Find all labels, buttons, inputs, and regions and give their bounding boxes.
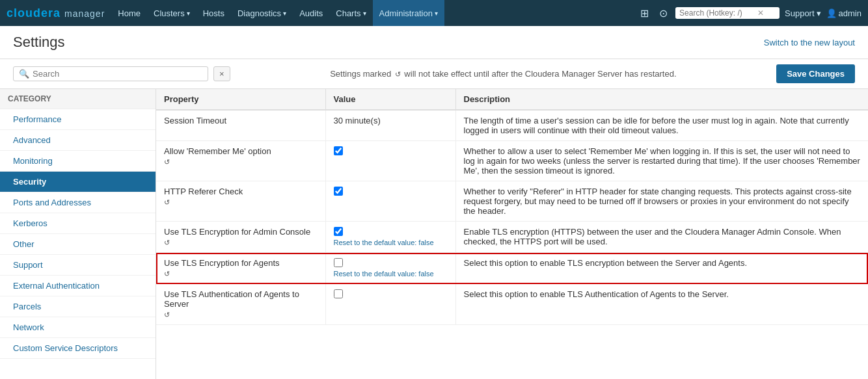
user-icon: 👤 — [826, 8, 837, 18]
property-name: HTTP Referer Check — [164, 187, 318, 196]
description-cell: Select this option to enable TLS encrypt… — [455, 253, 868, 284]
description-cell: Whether to allow a user to select 'Remem… — [455, 141, 868, 181]
top-nav: cloudera manager Home Clusters ▾ Hosts D… — [0, 0, 868, 26]
settings-table: Property Value Description Session Timeo… — [156, 89, 868, 325]
sidebar-item-performance[interactable]: Performance — [0, 109, 156, 130]
table-row: Use TLS Authentication of Agents to Serv… — [156, 284, 868, 325]
content-area: Property Value Description Session Timeo… — [156, 89, 868, 379]
sidebar-item-monitoring[interactable]: Monitoring — [0, 151, 156, 172]
property-name: Session Timeout — [164, 116, 318, 125]
search-input[interactable] — [33, 69, 202, 79]
tls-agents-checkbox[interactable] — [334, 258, 343, 267]
value-cell — [325, 181, 455, 222]
restart-indicator: ↺ — [164, 198, 170, 207]
value-cell — [325, 141, 455, 181]
support-menu[interactable]: Support ▾ — [785, 8, 821, 18]
nav-audits[interactable]: Audits — [293, 0, 329, 26]
nav-home[interactable]: Home — [111, 0, 147, 26]
table-row: Use TLS Encryption for Agents ↺ Reset to… — [156, 253, 868, 284]
sidebar-category-header: Category — [0, 89, 156, 109]
clock-icon[interactable]: ⊙ — [657, 5, 670, 22]
description-text: Whether to verify "Referer" in HTTP head… — [464, 187, 852, 216]
checkbox-cell: Reset to the default value: false — [334, 227, 448, 246]
restart-indicator: ↺ — [164, 239, 170, 247]
checkbox-cell — [334, 187, 448, 196]
sidebar-item-security[interactable]: Security — [0, 172, 156, 192]
nav-search-clear-icon[interactable]: ✕ — [757, 8, 764, 18]
sidebar-item-network[interactable]: Network — [0, 317, 156, 338]
remember-me-checkbox[interactable] — [334, 146, 343, 155]
property-name: Use TLS Authentication of Agents to Serv… — [164, 289, 318, 309]
description-text: Enable TLS encryption (HTTPS) between th… — [464, 227, 841, 246]
description-text: Select this option to enable TLS encrypt… — [464, 258, 748, 268]
sidebar-item-ports-and-addresses[interactable]: Ports and Addresses — [0, 192, 156, 213]
main-content: Category Performance Advanced Monitoring… — [0, 89, 868, 379]
admin-dropdown-arrow: ▾ — [435, 10, 438, 17]
grid-icon[interactable]: ⊞ — [638, 5, 651, 22]
reset-link[interactable]: Reset to the default value: false — [334, 270, 448, 278]
page-header: Settings Switch to the new layout — [0, 26, 868, 59]
col-header-value: Value — [325, 89, 455, 110]
nav-clusters[interactable]: Clusters ▾ — [147, 0, 197, 26]
description-cell: Select this option to enable TLS Authent… — [455, 284, 868, 325]
table-row: Allow 'Remember Me' option ↺ Whether to … — [156, 141, 868, 181]
diagnostics-dropdown-arrow: ▾ — [283, 10, 286, 17]
col-header-property: Property — [156, 89, 325, 110]
http-referer-checkbox[interactable] — [334, 187, 343, 196]
sidebar-item-support[interactable]: Support — [0, 255, 156, 276]
sidebar-item-parcels[interactable]: Parcels — [0, 296, 156, 317]
restart-notice: Settings marked ↺ will not take effect u… — [236, 69, 772, 79]
support-dropdown-arrow: ▾ — [817, 8, 821, 18]
sidebar: Category Performance Advanced Monitoring… — [0, 89, 156, 379]
property-name: Use TLS Encryption for Agents — [164, 258, 318, 268]
restart-indicator: ↺ — [164, 158, 170, 166]
restart-icon: ↺ — [395, 70, 401, 79]
nav-diagnostics[interactable]: Diagnostics ▾ — [231, 0, 293, 26]
page-title: Settings — [13, 34, 65, 51]
tls-auth-agents-checkbox[interactable] — [334, 289, 343, 298]
logo[interactable]: cloudera manager — [7, 7, 105, 20]
table-row: Session Timeout 30 minute(s) The length … — [156, 110, 868, 141]
clusters-dropdown-arrow: ▾ — [187, 10, 190, 17]
checkbox-cell — [334, 146, 448, 155]
property-cell: Use TLS Encryption for Admin Console ↺ — [156, 222, 325, 253]
nav-items: Home Clusters ▾ Hosts Diagnostics ▾ Audi… — [111, 0, 638, 26]
table-row: Use TLS Encryption for Admin Console ↺ R… — [156, 222, 868, 253]
value-cell: 30 minute(s) — [325, 110, 455, 141]
nav-search-input[interactable] — [679, 8, 757, 18]
col-header-description: Description — [455, 89, 868, 110]
search-bar: 🔍 × Settings marked ↺ will not take effe… — [0, 59, 868, 89]
restart-indicator: ↺ — [164, 311, 170, 319]
value-cell — [325, 284, 455, 325]
switch-layout-link[interactable]: Switch to the new layout — [764, 38, 855, 47]
tls-admin-console-checkbox[interactable] — [334, 227, 343, 236]
search-icon: 🔍 — [19, 69, 29, 79]
admin-menu[interactable]: 👤 admin — [826, 8, 861, 18]
nav-charts[interactable]: Charts ▾ — [329, 0, 372, 26]
charts-dropdown-arrow: ▾ — [363, 10, 366, 17]
save-changes-button[interactable]: Save Changes — [776, 64, 855, 83]
value-cell: Reset to the default value: false — [325, 222, 455, 253]
clear-search-button[interactable]: × — [213, 66, 230, 81]
description-text: The length of time a user's session can … — [464, 116, 849, 135]
checkbox-cell: Reset to the default value: false — [334, 258, 448, 278]
description-cell: The length of time a user's session can … — [455, 110, 868, 141]
sidebar-item-external-authentication[interactable]: External Authentication — [0, 276, 156, 296]
nav-administration[interactable]: Administration ▾ — [373, 0, 444, 26]
table-row: HTTP Referer Check ↺ Whether to verify "… — [156, 181, 868, 222]
description-cell: Whether to verify "Referer" in HTTP head… — [455, 181, 868, 222]
nav-right: ⊞ ⊙ ✕ Support ▾ 👤 admin — [638, 5, 861, 22]
nav-hosts[interactable]: Hosts — [197, 0, 231, 26]
property-cell: Session Timeout — [156, 110, 325, 141]
value-cell: Reset to the default value: false — [325, 253, 455, 284]
sidebar-item-kerberos[interactable]: Kerberos — [0, 213, 156, 234]
description-cell: Enable TLS encryption (HTTPS) between th… — [455, 222, 868, 253]
reset-link[interactable]: Reset to the default value: false — [334, 239, 448, 246]
description-text: Whether to allow a user to select 'Remem… — [464, 146, 860, 176]
sidebar-item-other[interactable]: Other — [0, 234, 156, 255]
property-name: Allow 'Remember Me' option — [164, 146, 318, 156]
property-name: Use TLS Encryption for Admin Console — [164, 227, 318, 237]
sidebar-item-advanced[interactable]: Advanced — [0, 130, 156, 151]
sidebar-item-custom-service-descriptors[interactable]: Custom Service Descriptors — [0, 338, 156, 359]
property-cell: Use TLS Authentication of Agents to Serv… — [156, 284, 325, 325]
